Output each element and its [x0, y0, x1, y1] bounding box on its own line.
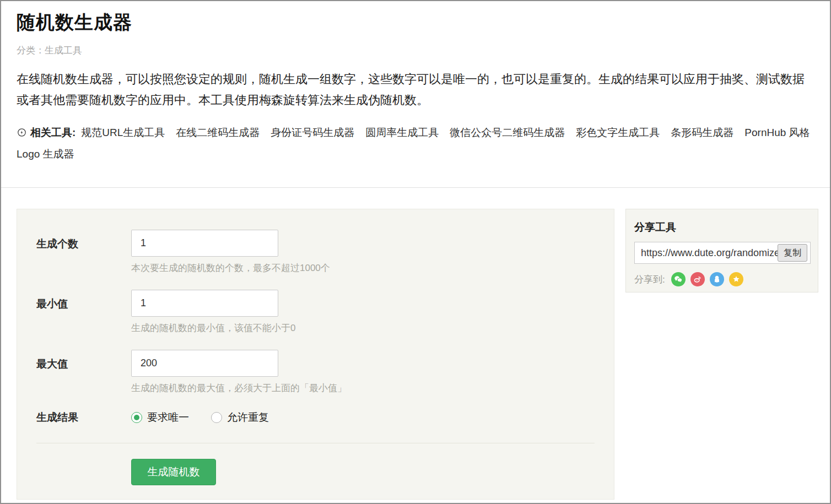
form-row-result: 生成结果 要求唯一 允许重复	[36, 410, 595, 425]
generator-form-panel: 生成个数 本次要生成的随机数的个数，最多不超过1000个 最小值 生成的随机数的…	[17, 209, 614, 500]
copy-button[interactable]: 复制	[778, 244, 807, 262]
header: 随机数生成器 分类：生成工具 在线随机数生成器，可以按照您设定的规则，随机生成一…	[1, 10, 830, 164]
qq-icon[interactable]	[710, 272, 724, 286]
form-divider	[36, 443, 595, 443]
count-label: 生成个数	[36, 230, 131, 274]
form-row-count: 生成个数 本次要生成的随机数的个数，最多不超过1000个	[36, 230, 595, 274]
related-link-idcard[interactable]: 身份证号码生成器	[271, 127, 354, 138]
max-input[interactable]	[131, 350, 278, 377]
tool-description: 在线随机数生成器，可以按照您设定的规则，随机生成一组数字，这些数字可以是唯一的，…	[17, 69, 806, 111]
min-input[interactable]	[131, 290, 278, 317]
radio-allow-repeat[interactable]: 允许重复	[211, 410, 269, 425]
category-line: 分类：生成工具	[17, 44, 814, 57]
weibo-icon[interactable]	[690, 272, 705, 286]
count-hint: 本次要生成的随机数的个数，最多不超过1000个	[131, 262, 330, 274]
related-link-pi[interactable]: 圆周率生成工具	[365, 127, 439, 138]
share-title: 分享工具	[634, 220, 810, 235]
related-link-wechat-qrcode[interactable]: 微信公众号二维码生成器	[450, 127, 565, 138]
related-link-barcode[interactable]: 条形码生成器	[671, 127, 733, 138]
share-panel: 分享工具 复制 分享到:	[625, 209, 818, 292]
share-to-label: 分享到:	[634, 273, 665, 286]
radio-allow-repeat-label: 允许重复	[227, 410, 269, 425]
form-row-min: 最小值 生成的随机数的最小值，该值不能小于0	[36, 290, 595, 334]
page: 随机数生成器 分类：生成工具 在线随机数生成器，可以按照您设定的规则，随机生成一…	[0, 0, 831, 504]
page-title: 随机数生成器	[17, 10, 814, 35]
radio-unique-circle[interactable]	[131, 412, 142, 423]
related-tools: 相关工具:规范URL生成工具在线二维码生成器身份证号码生成器圆周率生成工具微信公…	[17, 123, 821, 164]
max-label: 最大值	[36, 350, 131, 394]
min-hint: 生成的随机数的最小值，该值不能小于0	[131, 322, 295, 334]
related-link-qrcode[interactable]: 在线二维码生成器	[176, 127, 260, 138]
related-link-color-text[interactable]: 彩色文字生成工具	[576, 127, 660, 138]
result-label: 生成结果	[36, 410, 131, 425]
share-to-row: 分享到:	[634, 272, 810, 286]
qzone-icon[interactable]	[729, 272, 743, 286]
count-input[interactable]	[131, 230, 278, 257]
share-url-box: 复制	[634, 242, 810, 264]
radio-unique-label: 要求唯一	[147, 410, 189, 425]
related-tools-label: 相关工具:	[30, 127, 75, 138]
form-row-max: 最大值 生成的随机数的最大值，必须大于上面的「最小值」	[36, 350, 595, 394]
min-label: 最小值	[36, 290, 131, 334]
wechat-icon[interactable]	[671, 272, 686, 286]
main-content: 生成个数 本次要生成的随机数的个数，最多不超过1000个 最小值 生成的随机数的…	[1, 188, 830, 500]
radio-allow-repeat-circle[interactable]	[211, 412, 222, 423]
generate-button[interactable]: 生成随机数	[131, 459, 216, 485]
bolt-circle-icon	[17, 124, 27, 144]
related-link-url-tool[interactable]: 规范URL生成工具	[81, 127, 165, 138]
max-hint: 生成的随机数的最大值，必须大于上面的「最小值」	[131, 382, 347, 394]
radio-unique[interactable]: 要求唯一	[131, 410, 189, 425]
